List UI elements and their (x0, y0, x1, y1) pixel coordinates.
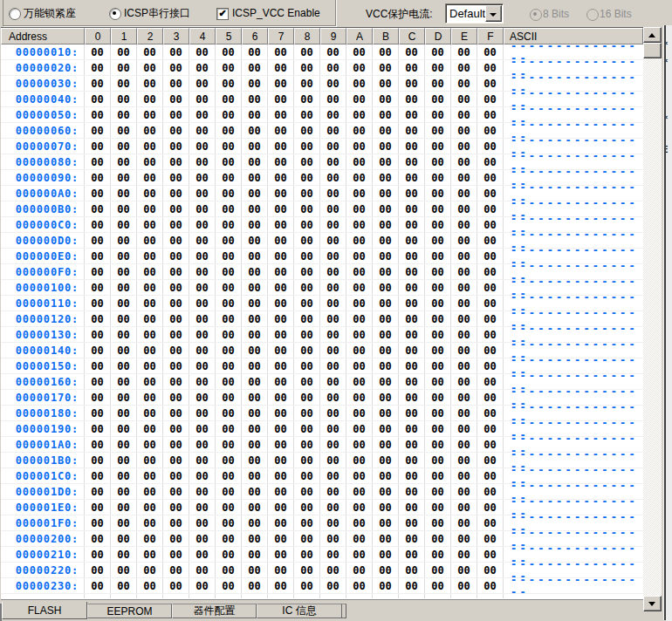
byte-cell[interactable]: 00 (85, 421, 111, 436)
byte-cell[interactable]: 00 (425, 343, 451, 358)
byte-cell[interactable]: 00 (477, 92, 504, 106)
byte-cell[interactable]: 00 (373, 280, 399, 295)
byte-cell[interactable]: 00 (320, 139, 346, 154)
byte-cell[interactable]: 00 (137, 563, 163, 577)
byte-cell[interactable]: 00 (320, 233, 346, 248)
byte-cell[interactable]: 00 (216, 468, 242, 483)
byte-cell[interactable]: 00 (399, 107, 425, 122)
byte-cell[interactable]: 00 (189, 92, 216, 106)
byte-cell[interactable]: 00 (320, 264, 346, 279)
byte-cell[interactable]: 00 (268, 374, 294, 389)
byte-cell[interactable]: 00 (320, 500, 346, 515)
byte-cell[interactable]: 00 (163, 233, 189, 248)
byte-cell[interactable]: 00 (399, 296, 425, 310)
byte-cell[interactable]: 00 (477, 468, 504, 483)
byte-cell[interactable]: 00 (268, 406, 294, 420)
byte-cell[interactable]: 00 (399, 515, 425, 530)
byte-cell[interactable]: 00 (294, 547, 320, 562)
byte-cell[interactable]: 00 (163, 296, 189, 310)
byte-cell[interactable]: 00 (320, 280, 346, 295)
byte-cell[interactable]: 00 (242, 280, 268, 295)
byte-cell[interactable]: 00 (85, 390, 111, 405)
byte-cell[interactable]: 00 (163, 468, 189, 483)
byte-cell[interactable]: 00 (425, 139, 451, 154)
ascii-cell[interactable]: ---------------- (504, 123, 643, 138)
byte-cell[interactable]: 00 (189, 358, 216, 373)
byte-cell[interactable]: 00 (399, 60, 425, 75)
byte-cell[interactable]: 00 (242, 547, 268, 562)
ascii-cell[interactable]: ---------------- (504, 233, 643, 248)
byte-cell[interactable]: 00 (216, 500, 242, 515)
byte-cell[interactable]: 00 (477, 170, 504, 185)
byte-cell[interactable]: 00 (399, 170, 425, 185)
byte-cell[interactable]: 00 (85, 139, 111, 154)
byte-cell[interactable]: 00 (373, 76, 399, 91)
byte-cell[interactable]: 00 (373, 170, 399, 185)
byte-cell[interactable]: 00 (268, 107, 294, 122)
byte-cell[interactable]: 00 (294, 578, 320, 593)
byte-cell[interactable]: 00 (346, 44, 373, 59)
byte-cell[interactable]: 00 (477, 296, 504, 310)
byte-cell[interactable]: 00 (163, 76, 189, 91)
byte-cell[interactable]: 00 (399, 343, 425, 358)
byte-cell[interactable]: 00 (451, 390, 477, 405)
byte-cell[interactable]: 00 (242, 296, 268, 310)
byte-cell[interactable]: 00 (451, 296, 477, 310)
byte-cell[interactable]: 00 (399, 578, 425, 593)
byte-cell[interactable]: 00 (111, 92, 137, 106)
byte-cell[interactable]: 00 (451, 123, 477, 138)
byte-cell[interactable]: 00 (111, 531, 137, 546)
byte-cell[interactable]: 00 (346, 547, 373, 562)
byte-cell[interactable]: 00 (477, 44, 504, 59)
byte-cell[interactable]: 00 (477, 547, 504, 562)
byte-cell[interactable]: 00 (268, 453, 294, 467)
ascii-cell[interactable]: ---------------- (504, 327, 643, 342)
ascii-cell[interactable]: ---------------- (504, 374, 643, 389)
byte-cell[interactable]: 00 (137, 578, 163, 593)
byte-cell[interactable]: 00 (85, 531, 111, 546)
byte-cell[interactable]: 00 (242, 437, 268, 452)
byte-cell[interactable]: 00 (373, 515, 399, 530)
byte-cell[interactable]: 00 (294, 76, 320, 91)
byte-cell[interactable]: 00 (85, 92, 111, 106)
byte-cell[interactable]: 00 (137, 201, 163, 216)
byte-cell[interactable]: 00 (137, 547, 163, 562)
vertical-scrollbar[interactable] (643, 27, 662, 611)
ascii-cell[interactable]: ---------------- (504, 531, 643, 546)
byte-cell[interactable]: 00 (451, 233, 477, 248)
byte-cell[interactable]: 00 (425, 421, 451, 436)
byte-cell[interactable]: 00 (373, 60, 399, 75)
byte-cell[interactable]: 00 (163, 264, 189, 279)
byte-cell[interactable]: 00 (425, 406, 451, 420)
byte-cell[interactable]: 00 (216, 170, 242, 185)
byte-cell[interactable]: 00 (111, 563, 137, 577)
byte-cell[interactable]: 00 (451, 311, 477, 326)
ascii-cell[interactable]: ---------------- (504, 154, 643, 169)
universal-socket-label[interactable]: 万能锁紧座 (24, 7, 76, 19)
byte-cell[interactable]: 00 (111, 107, 137, 122)
byte-cell[interactable]: 00 (163, 406, 189, 420)
byte-cell[interactable]: 00 (268, 92, 294, 106)
ascii-cell[interactable]: ---------------- (504, 515, 643, 530)
byte-cell[interactable]: 00 (477, 76, 504, 91)
byte-cell[interactable]: 00 (425, 154, 451, 169)
byte-cell[interactable]: 00 (320, 343, 346, 358)
icsp-serial-radio[interactable] (109, 8, 121, 20)
scrollbar-down-button[interactable] (643, 596, 662, 611)
byte-cell[interactable]: 00 (189, 515, 216, 530)
byte-cell[interactable]: 00 (294, 468, 320, 483)
byte-cell[interactable]: 00 (477, 327, 504, 342)
byte-cell[interactable]: 00 (85, 547, 111, 562)
byte-cell[interactable]: 00 (111, 421, 137, 436)
byte-cell[interactable]: 00 (373, 563, 399, 577)
byte-cell[interactable]: 00 (346, 280, 373, 295)
byte-cell[interactable]: 00 (85, 563, 111, 577)
byte-cell[interactable]: 00 (242, 249, 268, 263)
ascii-cell[interactable]: ---------------- (504, 170, 643, 185)
byte-cell[interactable]: 00 (242, 563, 268, 577)
byte-cell[interactable]: 00 (189, 343, 216, 358)
byte-cell[interactable]: 00 (346, 139, 373, 154)
byte-cell[interactable]: 00 (425, 107, 451, 122)
byte-cell[interactable]: 00 (373, 233, 399, 248)
byte-cell[interactable]: 00 (216, 421, 242, 436)
